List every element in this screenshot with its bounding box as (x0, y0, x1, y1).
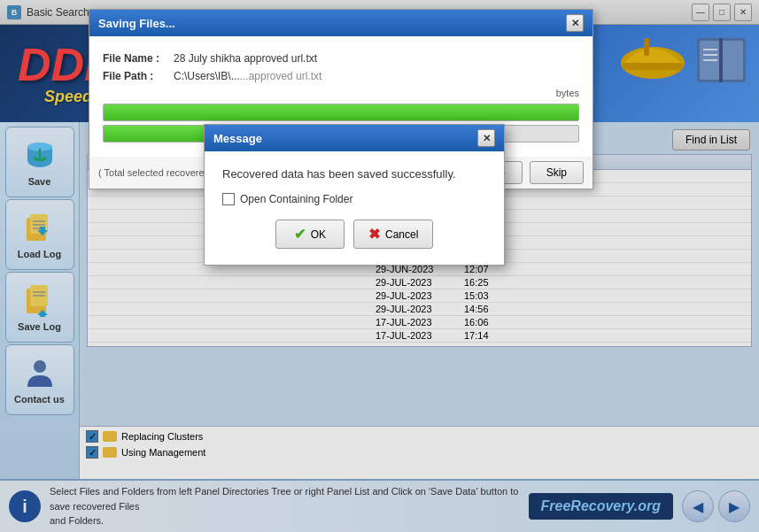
saving-dialog-title-bar: Saving Files... ✕ (89, 10, 592, 36)
file-name-row: File Name : 28 July shikha approved url.… (103, 52, 579, 65)
cancel-button[interactable]: ✖ Cancel (353, 220, 433, 249)
file-path-value: C:\Users\IB\......approved url.txt (174, 70, 321, 82)
message-dialog-content: Recovered data has been saved successful… (205, 151, 504, 265)
file-path-label: File Path : (103, 70, 174, 82)
skip-button[interactable]: Skip (530, 161, 584, 184)
file-path-row: File Path : C:\Users\IB\......approved u… (103, 70, 579, 82)
saving-dialog-close[interactable]: ✕ (566, 14, 584, 32)
bytes-label: bytes (103, 88, 579, 98)
message-text: Recovered data has been saved successful… (222, 167, 486, 181)
cancel-label: Cancel (385, 228, 418, 241)
message-dialog-close[interactable]: ✕ (477, 129, 495, 147)
ok-button[interactable]: ✔ OK (275, 220, 345, 249)
ok-label: OK (311, 228, 326, 241)
open-folder-checkbox[interactable] (222, 193, 235, 205)
file-name-value: 28 July shikha approved url.txt (174, 52, 317, 65)
message-dialog-buttons: ✔ OK ✖ Cancel (222, 220, 486, 249)
message-dialog: Message ✕ Recovered data has been saved … (204, 124, 505, 266)
open-folder-row[interactable]: Open Containing Folder (222, 193, 486, 205)
cancel-x-icon: ✖ (368, 226, 380, 243)
message-dialog-title-bar: Message ✕ (205, 125, 504, 151)
progress-bar-1 (103, 104, 579, 121)
saving-dialog-title: Saving Files... (98, 17, 175, 30)
ok-check-icon: ✔ (294, 226, 306, 243)
file-name-label: File Name : (103, 52, 174, 65)
open-folder-label: Open Containing Folder (240, 193, 352, 205)
message-dialog-title: Message (213, 132, 262, 145)
